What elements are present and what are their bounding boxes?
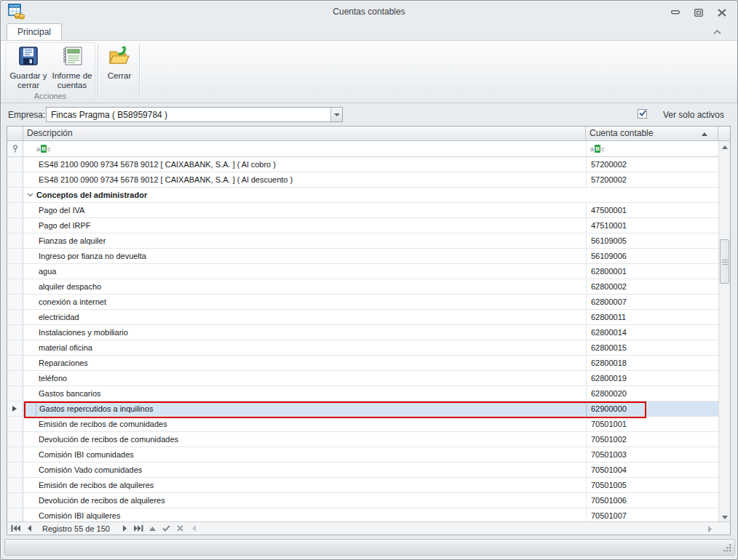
- previous-record-button[interactable]: [23, 524, 35, 534]
- grid-row[interactable]: alquiler despacho62800002: [7, 279, 718, 295]
- row-indent: [23, 371, 36, 385]
- end-edit-button[interactable]: [161, 524, 172, 534]
- ribbon-collapse-icon[interactable]: [711, 27, 723, 37]
- cell-cuenta-contable: 70501007: [586, 508, 718, 523]
- grid-row[interactable]: Ingreso por fianza no devuelta56109006: [7, 249, 718, 264]
- row-indent: [23, 493, 36, 508]
- grid-row[interactable]: Gastos bancarios62800020: [7, 386, 718, 401]
- grid-row[interactable]: Gastos repercutidos a inquilinos62900000: [7, 401, 718, 417]
- cell-cuenta-contable: 62800011: [586, 310, 718, 324]
- informe-de-cuentas-button[interactable]: Informe de cuentas: [49, 43, 95, 95]
- button-label: Informe de cuentas: [49, 71, 95, 90]
- row-indent: [23, 508, 36, 523]
- cell-descripcion: Emisión de recibos de alquileres: [36, 478, 586, 492]
- last-record-button[interactable]: [133, 524, 145, 534]
- cell-descripcion: alquiler despacho: [36, 279, 586, 294]
- hscroll-right-icon[interactable]: [704, 524, 715, 534]
- cell-descripcion: electricidad: [36, 310, 586, 324]
- grid-row[interactable]: material oficina62800015: [7, 340, 718, 356]
- grid-row[interactable]: conexión a internet62800007: [7, 295, 718, 310]
- cell-descripcion: Conceptos del administrador: [36, 188, 718, 202]
- grid-row[interactable]: Comisión IBI comunidades70501003: [7, 447, 718, 463]
- grid-row[interactable]: Devolución de recibos de comunidades7050…: [7, 432, 718, 447]
- grid-row[interactable]: Comisión Vado comunidades70501004: [7, 463, 718, 478]
- row-indicator: [7, 401, 23, 416]
- guardar-y-cerrar-button[interactable]: Guardar y cerrar: [7, 43, 50, 95]
- grid-row[interactable]: ES48 2100 0900 9734 5678 9012 [ CAIXABAN…: [7, 172, 718, 188]
- status-bar: [4, 539, 735, 556]
- row-indicator: [7, 295, 23, 309]
- filter-row-indicator: [7, 141, 23, 156]
- abc-filter-icon: aBc: [36, 145, 51, 153]
- grid-row[interactable]: Emisión de recibos de comunidades7050100…: [7, 417, 718, 432]
- next-record-button[interactable]: [119, 524, 131, 534]
- grid-row[interactable]: Comisión IBI alquileres70501007: [7, 508, 718, 523]
- row-indicator: [7, 493, 23, 508]
- grid-row[interactable]: Emisión de recibos de alquileres70501005: [7, 478, 718, 493]
- record-position-label: Registro 55 de 150: [35, 524, 117, 533]
- empresa-combobox[interactable]: Fincas Pragma ( B58959784 ): [46, 107, 343, 122]
- vertical-scrollbar[interactable]: [718, 141, 730, 523]
- cell-descripcion: Pago del IRPF: [36, 218, 586, 233]
- scroll-up-icon[interactable]: [719, 141, 731, 153]
- first-record-button[interactable]: [9, 524, 21, 534]
- grid-group-row[interactable]: Conceptos del administrador: [7, 188, 718, 203]
- row-indicator: [7, 172, 23, 187]
- record-navigator: Registro 55 de 150: [7, 521, 730, 535]
- column-header-label: Cuenta contable: [590, 128, 653, 138]
- check-icon: [639, 110, 646, 116]
- row-indent: [23, 218, 36, 233]
- sort-ascending-icon: [702, 132, 707, 136]
- ver-solo-activos-checkbox[interactable]: [638, 109, 647, 119]
- close-button[interactable]: [715, 7, 729, 17]
- grid-row[interactable]: Instalaciones y mobiliario62800014: [7, 325, 718, 340]
- grid-row[interactable]: Devolución de recibos de alquileres70501…: [7, 493, 718, 508]
- cerrar-button[interactable]: Cerrar: [101, 43, 138, 95]
- grid-row[interactable]: electricidad62800011: [7, 310, 718, 325]
- cell-descripcion: agua: [36, 264, 586, 279]
- row-indicator: [7, 310, 23, 324]
- group-expanded-chevron-icon[interactable]: [23, 188, 36, 202]
- grid-row[interactable]: ES48 2100 0900 9734 5678 9012 [ CAIXABAN…: [7, 157, 718, 172]
- row-indent: [23, 310, 36, 324]
- cancel-edit-button[interactable]: [175, 524, 186, 534]
- row-indicator: [7, 478, 23, 492]
- grid-row[interactable]: agua62800001: [7, 264, 718, 279]
- filter-pin-icon: [12, 145, 19, 153]
- grid-row[interactable]: Reparaciones62800018: [7, 356, 718, 371]
- ribbon-tab-row: Principal: [1, 23, 737, 40]
- maximize-button[interactable]: [692, 7, 705, 17]
- cell-cuenta-contable: 62800020: [586, 386, 718, 401]
- auto-filter-row: aBc aBc: [7, 141, 718, 157]
- empresa-label: Empresa:: [8, 110, 45, 120]
- cell-cuenta-contable: 56109006: [586, 249, 718, 263]
- move-up-button[interactable]: [147, 524, 159, 534]
- cell-descripcion: Devolución de recibos de comunidades: [36, 432, 586, 447]
- filter-cell-cuenta[interactable]: aBc: [586, 141, 718, 156]
- resize-grip[interactable]: [723, 543, 732, 553]
- header-corner-cell: [718, 127, 730, 141]
- filter-cell-descripcion[interactable]: aBc: [23, 141, 586, 156]
- title-bar: Cuentas contables: [1, 1, 737, 23]
- grid-row[interactable]: teléfono62800019: [7, 371, 718, 386]
- grid-row[interactable]: Pago del IRPF47510001: [7, 218, 718, 233]
- row-indent: [23, 417, 36, 431]
- grid-row[interactable]: Fianzas de alquiler56109005: [7, 233, 718, 249]
- focused-row-arrow-icon: [12, 406, 17, 412]
- row-indent: [23, 386, 36, 401]
- cell-cuenta-contable: 57200002: [586, 157, 718, 172]
- column-header-cuenta-contable[interactable]: Cuenta contable: [586, 127, 718, 141]
- combo-dropdown-button[interactable]: [330, 108, 342, 121]
- grid-row[interactable]: Pago del IVA47500001: [7, 203, 718, 218]
- row-indent: [23, 233, 36, 248]
- cell-cuenta-contable: 62900000: [586, 401, 718, 416]
- vertical-scrollbar-thumb[interactable]: [720, 239, 729, 284]
- row-indicator: [7, 340, 23, 355]
- hscroll-left-icon[interactable]: [189, 524, 200, 534]
- minimize-button[interactable]: [669, 7, 682, 17]
- cell-descripcion: Devolución de recibos de alquileres: [36, 493, 586, 508]
- row-indent: [23, 325, 36, 340]
- button-label: Cerrar: [101, 71, 138, 81]
- tab-principal[interactable]: Principal: [7, 23, 62, 40]
- column-header-descripcion[interactable]: Descripción: [23, 127, 586, 141]
